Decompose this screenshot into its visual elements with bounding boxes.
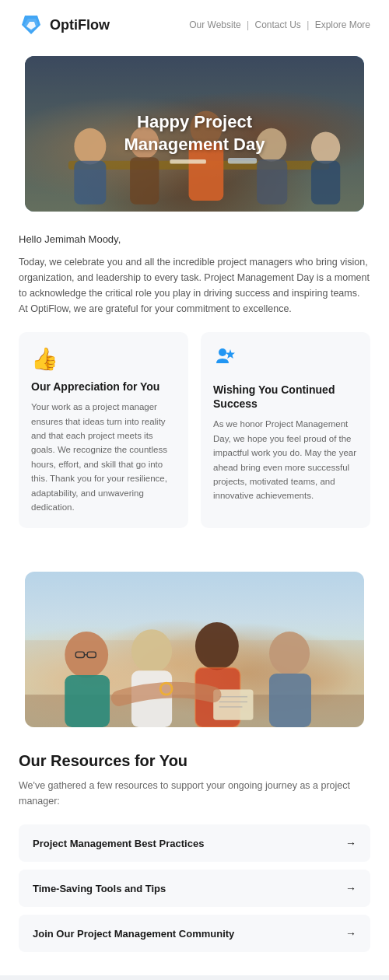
nav-links: Our Website | Contact Us | Explore More bbox=[189, 19, 370, 30]
nav-separator-1: | bbox=[247, 19, 251, 30]
svg-point-12 bbox=[311, 132, 340, 164]
resource-link-1[interactable]: Project Management Best Practices → bbox=[19, 824, 370, 862]
card-2-text: As we honor Project Management Day, we h… bbox=[213, 417, 358, 502]
cards-row: 👍 Our Appreciation for You Your work as … bbox=[19, 332, 370, 528]
body-content: Hello Jemimah Moody, Today, we celebrate… bbox=[0, 218, 389, 559]
trophy-icon bbox=[213, 346, 358, 375]
resource-arrow-2: → bbox=[345, 882, 356, 894]
card-2-title: Wishing You Continued Success bbox=[213, 383, 358, 411]
hero-image: Happy ProjectManagement Day bbox=[25, 56, 364, 212]
nav-link-contact[interactable]: Contact Us bbox=[254, 19, 300, 30]
svg-rect-14 bbox=[170, 159, 206, 164]
greeting: Hello Jemimah Moody, bbox=[19, 233, 370, 245]
resource-link-1-text: Project Management Best Practices bbox=[33, 838, 204, 849]
svg-point-4 bbox=[74, 128, 106, 165]
success-icon-svg bbox=[213, 346, 237, 369]
svg-rect-7 bbox=[130, 157, 159, 205]
nav-link-website[interactable]: Our Website bbox=[189, 19, 240, 30]
hero-text: Happy ProjectManagement Day bbox=[124, 111, 265, 156]
resources-section: Our Resources for You We've gathered a f… bbox=[0, 740, 389, 975]
svg-point-16 bbox=[219, 348, 226, 356]
svg-rect-21 bbox=[65, 675, 110, 727]
resource-link-2[interactable]: Time-Saving Tools and Tips → bbox=[19, 870, 370, 907]
resource-link-2-text: Time-Saving Tools and Tips bbox=[33, 883, 166, 894]
card-1-title: Our Appreciation for You bbox=[31, 380, 176, 394]
email-footer: OptiFlow f ▶ ✕ Unsubscribe bbox=[0, 975, 389, 980]
email-header: OptiFlow Our Website | Contact Us | Expl… bbox=[0, 0, 389, 50]
hero-title-line1: Happy Project bbox=[137, 112, 252, 131]
card-1-text: Your work as a project manager ensures t… bbox=[31, 400, 176, 514]
hero-title-line2: Management Day bbox=[124, 135, 265, 154]
email-container: OptiFlow Our Website | Contact Us | Expl… bbox=[0, 0, 389, 980]
resource-arrow-3: → bbox=[345, 927, 356, 940]
nav-link-explore[interactable]: Explore More bbox=[315, 19, 370, 30]
resources-subtitle: We've gathered a few resources to suppor… bbox=[19, 778, 370, 809]
optiflow-logo-icon bbox=[19, 12, 44, 37]
svg-rect-11 bbox=[257, 159, 287, 205]
svg-point-27 bbox=[195, 622, 239, 670]
svg-rect-13 bbox=[311, 161, 340, 205]
resource-link-3[interactable]: Join Our Project Management Community → bbox=[19, 915, 370, 952]
intro-text: Today, we celebrate you and all the incr… bbox=[19, 254, 370, 317]
resource-arrow-1: → bbox=[345, 837, 356, 849]
resources-title: Our Resources for You bbox=[19, 752, 370, 770]
logo-text: OptiFlow bbox=[50, 17, 110, 33]
email-wrapper: OptiFlow Our Website | Contact Us | Expl… bbox=[0, 0, 389, 980]
svg-point-34 bbox=[269, 632, 310, 675]
card-success: Wishing You Continued Success As we hono… bbox=[201, 332, 370, 528]
resource-link-3-text: Join Our Project Management Community bbox=[33, 928, 234, 940]
logo-area: OptiFlow bbox=[19, 12, 110, 37]
svg-marker-17 bbox=[226, 349, 235, 359]
svg-point-25 bbox=[131, 630, 172, 674]
svg-rect-35 bbox=[269, 674, 311, 727]
svg-rect-15 bbox=[228, 158, 257, 163]
second-image bbox=[25, 572, 364, 727]
nav-separator-2: | bbox=[307, 19, 311, 30]
thumbsup-icon: 👍 bbox=[31, 346, 176, 372]
group-people-svg bbox=[25, 572, 364, 727]
svg-rect-5 bbox=[74, 161, 106, 205]
card-appreciation: 👍 Our Appreciation for You Your work as … bbox=[19, 332, 188, 528]
